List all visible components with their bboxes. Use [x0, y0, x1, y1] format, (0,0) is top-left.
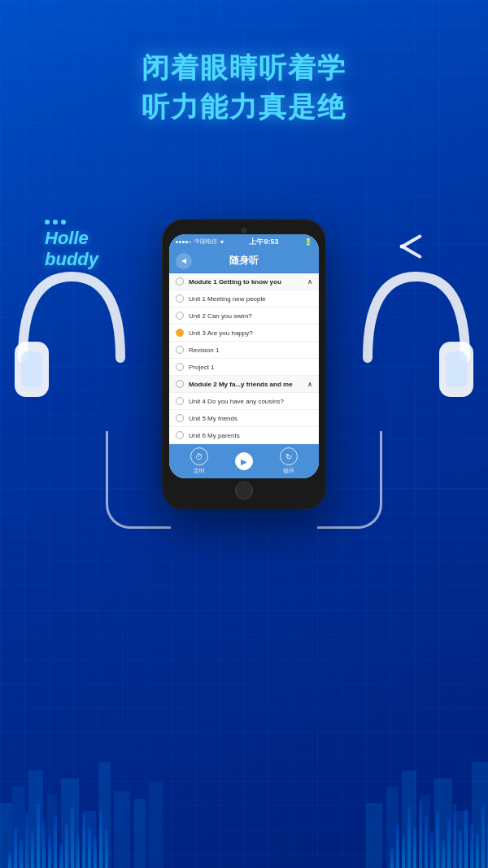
- item-text: Module 1 Getting to know you: [189, 278, 303, 286]
- item-circle: [176, 431, 184, 439]
- list-item[interactable]: Unit 3 Are you happy?: [169, 325, 319, 342]
- phone-home-area: [169, 478, 319, 503]
- item-text: Unit 6 My parents: [189, 432, 312, 439]
- status-left: 中国电信 ▾: [176, 238, 224, 246]
- headphone-left: [15, 260, 129, 443]
- list-item[interactable]: Module 2 My fa...y friends and me ∧: [169, 376, 319, 393]
- battery-icon: 🔋: [304, 238, 312, 246]
- home-button[interactable]: [235, 482, 253, 499]
- item-circle: [176, 397, 184, 405]
- list-item[interactable]: Project 1: [169, 359, 319, 376]
- status-time: 上午9:53: [249, 237, 278, 247]
- hello-bubble: Holle buddy: [45, 220, 98, 271]
- item-circle: [176, 312, 184, 320]
- app-bottom-bar: ⏱ 定时 ▶ ↻ 循环: [169, 444, 319, 478]
- wire-left: [106, 431, 171, 529]
- heading-line2: 听力能力真是绝: [142, 91, 346, 122]
- bubble-dot-3: [61, 220, 66, 225]
- list-item[interactable]: Revision 1: [169, 342, 319, 359]
- svg-rect-12: [134, 799, 146, 868]
- headphone-right: [359, 260, 473, 443]
- svg-rect-15: [386, 787, 399, 868]
- list-item[interactable]: Module 1 Getting to know you ∧: [169, 273, 319, 290]
- item-text: Unit 3 Are you happy?: [189, 329, 312, 337]
- svg-rect-1: [21, 351, 42, 387]
- wave-line-2: [399, 244, 422, 259]
- timer-icon: ⏱: [190, 447, 208, 465]
- item-circle: [176, 346, 184, 354]
- list-item[interactable]: Unit 4 Do you have any cousins?: [169, 393, 319, 410]
- list-item[interactable]: Unit 1 Meeting new people: [169, 290, 319, 308]
- svg-rect-3: [446, 351, 467, 387]
- phone-outer: 中国电信 ▾ 上午9:53 🔋 随身听 Module 1 Getting to …: [163, 220, 325, 509]
- chevron-icon: ∧: [307, 278, 312, 286]
- back-button[interactable]: [176, 253, 192, 269]
- svg-rect-19: [455, 811, 468, 868]
- bubble-dot-2: [53, 220, 58, 225]
- play-icon: ▶: [235, 452, 253, 470]
- item-circle: [176, 277, 184, 286]
- heading-line1: 闭着眼睛听着学: [142, 52, 346, 83]
- wifi-icon: ▾: [220, 238, 224, 246]
- chevron-icon: ∧: [307, 381, 312, 388]
- bubble-dot-1: [45, 220, 50, 225]
- svg-rect-18: [434, 779, 452, 868]
- item-text: Unit 2 Can you swim?: [189, 312, 312, 320]
- carrier-label: 中国电信: [194, 238, 217, 246]
- item-text: Module 2 My fa...y friends and me: [189, 381, 303, 388]
- timer-button[interactable]: ⏱ 定时: [190, 447, 208, 475]
- svg-rect-6: [28, 770, 43, 868]
- svg-rect-14: [366, 803, 382, 868]
- svg-rect-10: [99, 762, 111, 868]
- list-item[interactable]: Unit 5 My friends: [169, 410, 319, 427]
- loop-button[interactable]: ↻ 循环: [280, 447, 298, 475]
- status-bar: 中国电信 ▾ 上午9:53 🔋: [169, 234, 319, 249]
- list-item[interactable]: Unit 6 My parents: [169, 427, 319, 444]
- sound-waves: [390, 240, 423, 260]
- timer-label: 定时: [194, 467, 205, 475]
- signal-icon: [176, 241, 191, 243]
- svg-rect-7: [47, 795, 57, 868]
- item-circle: [176, 363, 184, 371]
- item-text: Unit 4 Do you have any cousins?: [189, 398, 312, 405]
- phone-screen: 中国电信 ▾ 上午9:53 🔋 随身听 Module 1 Getting to …: [169, 234, 319, 478]
- item-circle: [176, 380, 184, 388]
- heading-title: 闭着眼睛听着学 听力能力真是绝: [0, 49, 488, 126]
- item-circle: [176, 294, 184, 303]
- app-header: 随身听: [169, 249, 319, 273]
- loop-icon: ↻: [280, 447, 298, 465]
- city-skyline: [0, 738, 488, 868]
- phone-camera: [242, 228, 246, 233]
- item-circle: [176, 414, 184, 422]
- item-circle-active: [176, 329, 184, 337]
- item-text: Revision 1: [189, 347, 312, 354]
- svg-rect-11: [114, 791, 130, 868]
- svg-rect-16: [402, 770, 416, 868]
- svg-rect-5: [12, 787, 24, 868]
- svg-rect-13: [149, 783, 163, 868]
- app-title: 随身听: [229, 254, 259, 268]
- wire-right: [317, 431, 382, 529]
- svg-rect-9: [83, 811, 96, 868]
- play-button[interactable]: ▶: [235, 452, 253, 470]
- app-content: Module 1 Getting to know you ∧ Unit 1 Me…: [169, 273, 319, 444]
- list-item[interactable]: Unit 2 Can you swim?: [169, 308, 319, 325]
- item-text: Unit 5 My friends: [189, 415, 312, 422]
- svg-rect-20: [472, 762, 488, 868]
- item-text: Project 1: [189, 364, 312, 371]
- heading-area: 闭着眼睛听着学 听力能力真是绝: [0, 49, 488, 126]
- phone-top: [169, 226, 319, 234]
- loop-label: 循环: [283, 467, 294, 475]
- status-right: 🔋: [304, 238, 312, 246]
- svg-rect-8: [61, 779, 79, 868]
- item-text: Unit 1 Meeting new people: [189, 295, 312, 303]
- bubble-text: Holle buddy: [45, 228, 98, 271]
- svg-rect-17: [420, 795, 430, 868]
- phone-device: 中国电信 ▾ 上午9:53 🔋 随身听 Module 1 Getting to …: [163, 220, 325, 509]
